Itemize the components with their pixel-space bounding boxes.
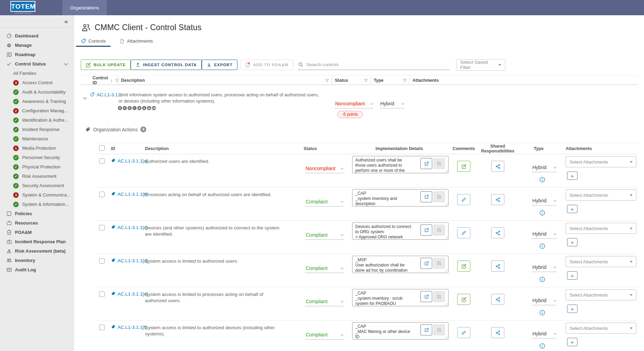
status-select[interactable]: Compliant xyxy=(305,265,344,273)
add-attachment-button[interactable]: + xyxy=(567,172,577,180)
save-implementation-button[interactable] xyxy=(433,191,445,202)
sidebar-item-risk-assessment-beta[interactable]: ⚠ Risk Assessment (beta) xyxy=(0,246,73,256)
info-icon[interactable] xyxy=(539,310,545,316)
sidebar-item-maintenance[interactable]: ✓ Maintenance xyxy=(0,134,73,143)
info-icon[interactable] xyxy=(539,177,545,183)
share-responsibilities-button[interactable] xyxy=(491,227,504,238)
share-responsibilities-button[interactable] xyxy=(491,161,504,172)
add-attachment-button[interactable]: + xyxy=(567,338,577,346)
open-implementation-button[interactable] xyxy=(420,291,432,302)
type-select[interactable]: Hybrid xyxy=(532,231,557,239)
implementation-details-textarea[interactable]: Authorized users shall be those users au… xyxy=(352,156,449,173)
row-checkbox[interactable] xyxy=(99,258,105,264)
totem-logo[interactable]: TOTEM TOTEMTECH xyxy=(10,1,35,14)
save-implementation-button[interactable] xyxy=(433,225,445,236)
sidebar-item-system-communications[interactable]: 3 System & Communica... xyxy=(0,190,73,200)
sidebar-item-policies[interactable]: Policies xyxy=(0,209,73,218)
collapse-sidebar-icon[interactable]: « xyxy=(64,18,68,25)
implementation-details-textarea[interactable]: _MSP User authorization shall be done ad… xyxy=(352,256,449,273)
attachments-select[interactable]: Select Attachments xyxy=(566,323,636,334)
sidebar-item-roadmap[interactable]: Roadmap xyxy=(0,50,73,59)
sidebar-item-audit-accountability[interactable]: ✓ Audit & Accountability xyxy=(0,87,73,97)
add-attachment-button[interactable]: + xyxy=(567,238,577,246)
comments-button[interactable] xyxy=(457,327,470,338)
sidebar-item-audit-log[interactable]: Audit Log xyxy=(0,265,73,274)
implementation-details-textarea[interactable]: _CAP _system inventory and description xyxy=(352,189,449,207)
sidebar-item-configuration-management[interactable]: 2 Configuration Manag... xyxy=(0,106,73,115)
row-checkbox[interactable] xyxy=(99,291,105,297)
save-implementation-button[interactable] xyxy=(433,158,445,169)
type-select[interactable]: Hybrid xyxy=(532,164,557,172)
sidebar-item-incident-response[interactable]: ✓ Incident Response xyxy=(0,125,73,134)
implementation-details-textarea[interactable]: Devices authorized to connect to ORG sys… xyxy=(352,222,449,240)
filter-icon[interactable] xyxy=(403,79,407,82)
save-implementation-button[interactable] xyxy=(433,324,445,335)
filter-icon[interactable] xyxy=(364,79,368,82)
comments-button[interactable] xyxy=(457,227,470,238)
sidebar-item-dashboard[interactable]: Dashboard xyxy=(0,31,73,41)
save-implementation-button[interactable] xyxy=(433,291,445,302)
row-checkbox[interactable] xyxy=(99,225,105,230)
share-responsibilities-button[interactable] xyxy=(491,194,504,205)
type-select[interactable]: Hybrid xyxy=(532,198,557,205)
type-select[interactable]: Hybrid xyxy=(532,297,557,305)
row-checkbox[interactable] xyxy=(99,325,105,330)
share-responsibilities-button[interactable] xyxy=(491,261,504,272)
sidebar-item-all-families[interactable]: All Families xyxy=(0,69,73,78)
open-implementation-button[interactable] xyxy=(420,225,432,236)
sidebar-item-control-status[interactable]: Control Status xyxy=(0,59,73,69)
info-icon[interactable] xyxy=(539,277,545,282)
saved-filter-select[interactable]: Select Saved Filter xyxy=(456,59,505,71)
expand-row-icon[interactable] xyxy=(83,95,87,99)
row-checkbox[interactable] xyxy=(99,192,105,197)
bulk-update-button[interactable]: BULK UPDATE xyxy=(81,60,131,70)
sidebar-item-poam[interactable]: POA&M xyxy=(0,228,73,237)
sidebar-item-identification-authentication[interactable]: ✓ Identification & Authe... xyxy=(0,115,73,125)
implementation-details-textarea[interactable]: _CAP _system inventory : scrub system fo… xyxy=(352,289,449,306)
add-to-poam-button[interactable]: ADD TO POA&M xyxy=(240,60,293,70)
attachments-select[interactable]: Select Attachments xyxy=(566,223,636,234)
open-implementation-button[interactable] xyxy=(420,158,432,169)
sidebar-item-system-information[interactable]: ✓ System & Information... xyxy=(0,200,73,209)
comments-button[interactable] xyxy=(457,194,470,205)
ingest-control-data-button[interactable]: INGEST CONTROL DATA xyxy=(131,60,202,70)
status-select[interactable]: Compliant xyxy=(305,332,344,340)
select-all-checkbox[interactable] xyxy=(99,145,105,151)
status-select[interactable]: Noncompliant xyxy=(305,165,344,173)
sidebar-item-personnel-security[interactable]: ✓ Personnel Security xyxy=(0,153,73,162)
comments-button[interactable] xyxy=(457,261,470,272)
sidebar-item-inventory[interactable]: Inventory xyxy=(0,256,73,265)
search-input[interactable] xyxy=(306,62,450,68)
status-select[interactable]: Compliant xyxy=(305,298,344,306)
topnav-organizations[interactable]: Organizations xyxy=(62,0,107,15)
status-select[interactable]: Compliant xyxy=(305,232,344,240)
comments-button[interactable] xyxy=(457,161,470,172)
sidebar-item-incident-response-plan[interactable]: Incident Response Plan xyxy=(0,237,73,246)
implementation-details-textarea[interactable]: _CAP _MAC filtering or other device ID xyxy=(352,322,449,340)
share-responsibilities-button[interactable] xyxy=(491,294,504,305)
comments-button[interactable] xyxy=(457,294,470,305)
add-attachment-button[interactable]: + xyxy=(567,205,577,213)
open-implementation-button[interactable] xyxy=(420,324,432,335)
add-attachment-button[interactable]: + xyxy=(567,305,577,313)
sidebar-item-manage[interactable]: ⚙ Manage xyxy=(0,41,73,50)
sidebar-item-media-protection[interactable]: 1 Media Protection xyxy=(0,143,73,153)
attachments-select[interactable]: Select Attachments xyxy=(566,190,636,201)
sidebar-item-risk-assessment[interactable]: ✓ Risk Assessment xyxy=(0,172,73,181)
open-implementation-button[interactable] xyxy=(420,191,432,202)
sidebar-item-security-assessment[interactable]: ✓ Security Assessment xyxy=(0,181,73,190)
info-icon[interactable] xyxy=(539,210,545,216)
save-implementation-button[interactable] xyxy=(433,258,445,269)
add-attachment-button[interactable]: + xyxy=(567,271,577,280)
attachments-select[interactable]: Select Attachments xyxy=(566,156,636,167)
attachments-select[interactable]: Select Attachments xyxy=(566,256,636,267)
sidebar-item-access-control[interactable]: 3 Access Control xyxy=(0,78,73,87)
tab-attachments[interactable]: Attachments xyxy=(120,38,153,47)
sidebar-item-physical-protection[interactable]: ✓ Physical Protection xyxy=(0,162,73,172)
type-select[interactable]: Hybrid xyxy=(532,264,557,272)
type-select[interactable]: Hybrid xyxy=(532,331,557,339)
open-implementation-button[interactable] xyxy=(420,258,432,269)
attachments-select[interactable]: Select Attachments xyxy=(566,289,636,300)
info-icon[interactable] xyxy=(539,343,545,349)
info-icon[interactable] xyxy=(539,243,545,249)
